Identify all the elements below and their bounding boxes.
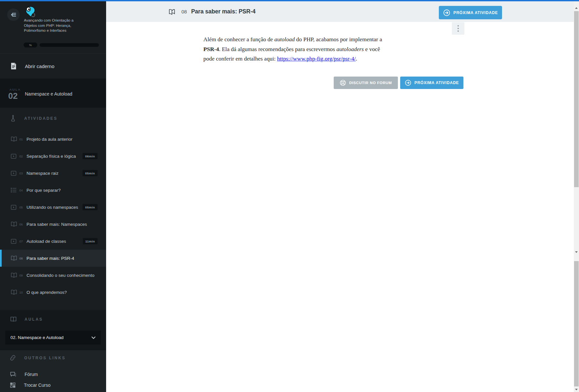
- activity-label: Utilizando os namespaces: [27, 205, 78, 210]
- grid-icon: [10, 383, 15, 388]
- activity-number: 04: [19, 188, 24, 192]
- activity-item-01[interactable]: 01 Projeto da aula anterior: [0, 131, 106, 148]
- kebab-dot: [458, 30, 459, 32]
- activity-label: Projeto da aula anterior: [27, 137, 72, 142]
- top-accent-bar: [0, 0, 579, 1]
- lifebuoy-forum-icon: [340, 80, 346, 86]
- next-activity-button-content[interactable]: PRÓXIMA ATIVIDADE: [400, 77, 463, 89]
- sidebar-item-trocar-curso[interactable]: Trocar Curso: [0, 380, 106, 390]
- forum-label: Fórum: [25, 372, 38, 377]
- activity-item-07[interactable]: 07 Autoload de classes 11min: [0, 233, 106, 250]
- course-title-line: Avançando com Orientação a: [24, 18, 86, 23]
- chevron-down-icon: [91, 336, 96, 339]
- sidebar-course-header: Avançando com Orientação a Objetos com P…: [0, 0, 106, 53]
- progress-percentage-label: %: [29, 44, 32, 47]
- collapse-arrow-icon: [10, 11, 17, 18]
- psr4-link[interactable]: https://www.php-fig.org/psr/psr-4/: [277, 55, 356, 62]
- sidebar-item-forum[interactable]: Fórum: [0, 369, 106, 379]
- activities-section: ATIVIDADES 01 Projeto da aula anterior: [0, 108, 106, 310]
- lesson-select-value: 02. Namespace e Autoload: [10, 335, 91, 340]
- course-progress-bar: [40, 43, 99, 47]
- activity-item-08-active[interactable]: 08 Para saber mais: PSR-4: [0, 250, 106, 267]
- activities-header-label: ATIVIDADES: [24, 116, 58, 121]
- triangle-down-icon: [575, 389, 578, 390]
- scroll-down-button-outer[interactable]: [574, 387, 579, 392]
- activity-label: O que aprendemos?: [27, 290, 67, 295]
- activity-number: 08: [19, 257, 24, 260]
- activity-item-04[interactable]: 04 Por que separar?: [0, 182, 106, 199]
- duration-badge: 05min: [83, 204, 98, 210]
- discuss-forum-button[interactable]: DISCUTIR NO FORUM: [334, 77, 398, 89]
- triangle-up-icon: [575, 7, 578, 9]
- activity-item-06[interactable]: 06 Para saber mais: Namespaces: [0, 216, 106, 233]
- paragraph-italic: autoload: [274, 36, 295, 43]
- paragraph-text: .: [356, 55, 357, 62]
- more-options-kebab-button[interactable]: [452, 22, 464, 35]
- arrow-right-circle-icon: [405, 80, 411, 86]
- aulas-header-label: AULAS: [25, 317, 43, 322]
- forum-icon: [10, 372, 16, 377]
- activity-number: 06: [19, 223, 24, 226]
- discuss-forum-button-label: DISCUTIR NO FORUM: [349, 81, 392, 85]
- activity-label: Para saber mais: Namespaces: [27, 222, 87, 227]
- lesson-title: Namespace e Autoload: [25, 91, 72, 97]
- scroll-up-button[interactable]: [574, 5, 579, 10]
- other-links-header-label: OUTROS LINKS: [24, 356, 66, 360]
- course-title-line: Objetos com PHP: Herança,: [24, 23, 86, 28]
- activity-label: Namespace raiz: [27, 171, 59, 176]
- duration-badge: 06min: [83, 153, 98, 159]
- paragraph-text: Além de conhecer a função de: [203, 36, 274, 43]
- other-links-header: OUTROS LINKS: [9, 355, 66, 361]
- kebab-dot: [458, 28, 459, 29]
- collapse-sidebar-button[interactable]: [7, 9, 20, 21]
- scrollbar-thumb-outer[interactable]: [574, 261, 579, 386]
- paragraph-italic: autoloaders: [336, 46, 364, 52]
- video-icon: [11, 204, 17, 210]
- paragraph-text: pode conferir em detalhes aqui:: [203, 55, 277, 62]
- kebab-dot: [458, 25, 459, 27]
- course-page: { "colors": { "accent_top": "#1e76d8", "…: [0, 0, 579, 392]
- activity-number: 09: [19, 274, 24, 277]
- current-lesson-block: AULA 02 Namespace e Autoload: [0, 79, 106, 108]
- activity-item-09[interactable]: 09 Consolidando o seu conhecimento: [0, 267, 106, 284]
- activity-header-bar: 08 Para saber mais: PSR-4 PRÓXIMA ATIVID…: [106, 1, 574, 22]
- scrollbar-thumb[interactable]: [574, 11, 579, 187]
- activity-header-title-group: 08 Para saber mais: PSR-4: [168, 1, 255, 22]
- activity-label: Consolidando o seu conhecimento: [27, 273, 94, 278]
- course-title-line: Polimorfismo e Interfaces: [24, 28, 86, 33]
- book-icon: [11, 272, 17, 278]
- book-icon: [11, 289, 17, 295]
- list-icon: [11, 187, 17, 193]
- activity-item-05[interactable]: 05 Utilizando os namespaces 05min: [0, 199, 106, 216]
- aulas-section: AULAS 02. Namespace e Autoload: [0, 310, 106, 350]
- activity-header-number: 08: [181, 9, 187, 14]
- video-icon: [11, 170, 17, 176]
- open-notebook-label: Abrir caderno: [25, 63, 54, 69]
- paragraph-text: do PHP, acabamos por implementar a: [295, 36, 382, 43]
- activity-number: 10: [19, 291, 24, 294]
- trocar-curso-label: Trocar Curso: [24, 383, 50, 388]
- aulas-section-header: AULAS: [10, 316, 43, 322]
- open-book-icon: [168, 9, 176, 15]
- course-title: Avançando com Orientação a Objetos com P…: [24, 18, 86, 33]
- paragraph-bold: PSR-4: [203, 46, 219, 52]
- lesson-select-dropdown[interactable]: 02. Namespace e Autoload: [5, 330, 101, 345]
- activity-item-10[interactable]: 10 O que aprendemos?: [0, 284, 106, 301]
- open-notebook-button[interactable]: Abrir caderno: [0, 53, 106, 79]
- book-icon: [11, 221, 17, 227]
- activity-item-03[interactable]: 03 Namespace raiz 05min: [0, 165, 106, 182]
- book-icon: [11, 136, 17, 142]
- activity-label: Separação física e lógica: [27, 154, 76, 159]
- alura-mascot-logo: [23, 5, 37, 20]
- activity-header-title: Para saber mais: PSR-4: [191, 8, 256, 15]
- paragraph-text: e você: [364, 46, 380, 52]
- video-icon: [11, 153, 17, 159]
- scroll-down-button[interactable]: [574, 249, 579, 255]
- progress-percentage-badge: %: [24, 43, 37, 47]
- lesson-number: 02: [8, 91, 18, 101]
- triangle-down-icon: [575, 251, 578, 253]
- activity-item-02[interactable]: 02 Separação física e lógica 06min: [0, 148, 106, 165]
- next-activity-button-header[interactable]: PRÓXIMA ATIVIDADE: [439, 6, 502, 19]
- activity-label: Autoload de classes: [27, 239, 66, 244]
- book-icon: [11, 255, 17, 261]
